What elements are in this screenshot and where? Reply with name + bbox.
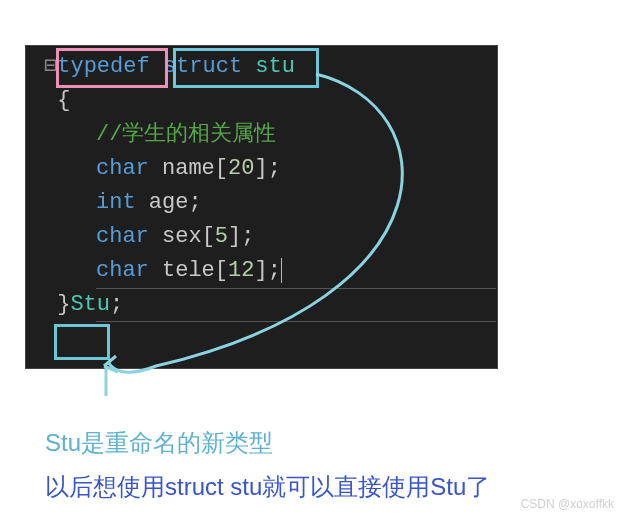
code-line-field-name: char name[20]; bbox=[26, 152, 497, 186]
code-line-alias: }Stu; bbox=[26, 288, 497, 322]
fold-icon: ⊟ bbox=[44, 54, 57, 79]
alias-identifier-stu: Stu bbox=[70, 292, 110, 317]
code-line-comment: //学生的相关属性 bbox=[26, 118, 497, 152]
type-identifier-stu: stu bbox=[255, 54, 295, 79]
keyword-typedef: typedef bbox=[57, 54, 149, 79]
comment-text: //学生的相关属性 bbox=[96, 122, 276, 147]
code-line-brace-open: { bbox=[26, 84, 497, 118]
code-editor-panel: ⊟typedef struct stu { //学生的相关属性 char nam… bbox=[25, 45, 498, 369]
keyword-struct: struct bbox=[163, 54, 242, 79]
code-line-field-age: int age; bbox=[26, 186, 497, 220]
explanation-block: Stu是重命名的新类型 以后想使用struct stu就可以直接使用Stu了 bbox=[45, 424, 614, 506]
explanation-line-1: Stu是重命名的新类型 bbox=[45, 424, 614, 462]
code-line-field-tele: char tele[12]; bbox=[26, 254, 497, 288]
text-cursor bbox=[281, 258, 282, 283]
code-line-field-sex: char sex[5]; bbox=[26, 220, 497, 254]
code-line-typedef: ⊟typedef struct stu bbox=[26, 50, 497, 84]
code-content: ⊟typedef struct stu { //学生的相关属性 char nam… bbox=[26, 46, 497, 326]
watermark-text: CSDN @xoxoffkk bbox=[521, 497, 614, 511]
highlight-box-stu-alias bbox=[54, 324, 110, 360]
